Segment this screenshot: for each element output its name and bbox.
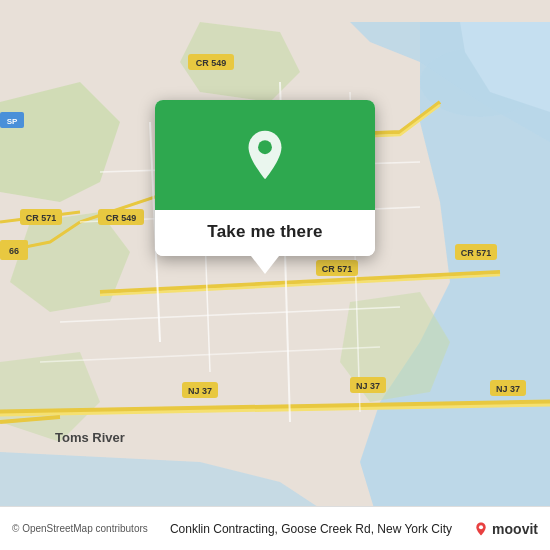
moovit-logo: moovit <box>474 521 538 537</box>
map-container: CR 549 CR 549 CR 571 CR 571 CR 571 NJ 37… <box>0 0 550 550</box>
moovit-pin-icon <box>474 522 488 536</box>
svg-point-24 <box>479 525 483 529</box>
svg-text:CR 571: CR 571 <box>322 264 353 274</box>
svg-text:NJ 37: NJ 37 <box>188 386 212 396</box>
popup-green-area <box>155 100 375 210</box>
take-me-there-button[interactable]: Take me there <box>207 222 322 242</box>
moovit-text: moovit <box>492 521 538 537</box>
svg-text:NJ 37: NJ 37 <box>356 381 380 391</box>
popup-tail <box>251 256 279 274</box>
svg-text:CR 571: CR 571 <box>461 248 492 258</box>
osm-credit: © OpenStreetMap contributors <box>12 523 148 534</box>
svg-text:CR 549: CR 549 <box>106 213 137 223</box>
svg-text:66: 66 <box>9 246 19 256</box>
svg-text:CR 549: CR 549 <box>196 58 227 68</box>
location-pin-icon <box>239 129 291 181</box>
popup-label-area: Take me there <box>155 210 375 256</box>
svg-text:Toms River: Toms River <box>55 430 125 445</box>
bottom-bar: © OpenStreetMap contributors Conklin Con… <box>0 506 550 550</box>
svg-text:NJ 37: NJ 37 <box>496 384 520 394</box>
place-label: Conklin Contracting, Goose Creek Rd, New… <box>148 522 474 536</box>
svg-text:SP: SP <box>7 117 18 126</box>
popup-card: Take me there <box>155 100 375 256</box>
svg-text:CR 571: CR 571 <box>26 213 57 223</box>
svg-point-23 <box>258 140 272 154</box>
